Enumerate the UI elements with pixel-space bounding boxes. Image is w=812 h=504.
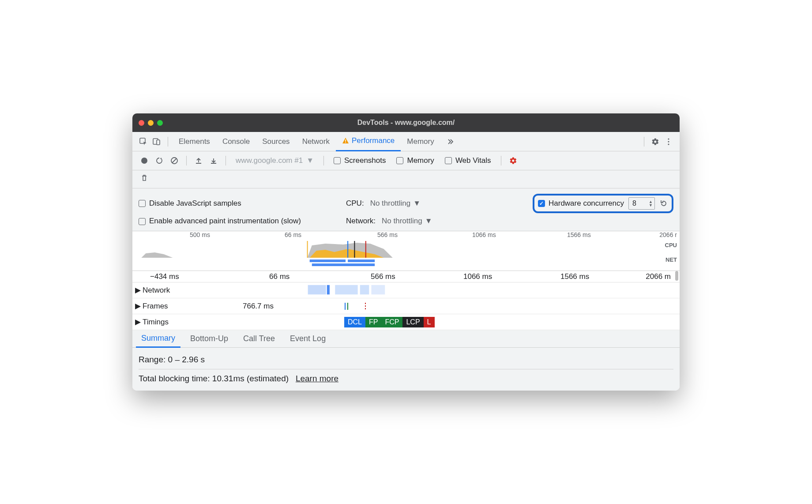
ruler-tick: −434 ms <box>150 272 179 281</box>
tab-summary[interactable]: Summary <box>136 330 180 348</box>
chevron-right-icon: ▶ <box>135 286 141 295</box>
delete-profile-button[interactable] <box>138 171 151 184</box>
hardware-concurrency-checkbox[interactable]: ✓ Hardware concurrency <box>538 199 624 208</box>
svg-point-6 <box>668 141 669 142</box>
tab-performance[interactable]: Performance <box>336 132 401 151</box>
svg-point-8 <box>141 158 147 164</box>
maximize-window-button[interactable] <box>157 120 163 126</box>
disable-js-samples-checkbox[interactable]: Disable JavaScript samples <box>139 199 246 208</box>
summary-range: Range: 0 – 2.96 s <box>139 352 673 367</box>
screenshots-checkbox[interactable]: Screenshots <box>329 156 391 165</box>
network-throttling-dropdown[interactable]: No throttling ▼ <box>382 217 432 226</box>
tab-sources[interactable]: Sources <box>256 132 296 151</box>
overview-ruler: 500 ms 66 ms 566 ms 1066 ms 1566 ms 2066… <box>132 231 680 240</box>
stepper-icon[interactable]: ▲▼ <box>649 200 653 207</box>
l-badge[interactable]: L <box>424 317 435 327</box>
tab-memory[interactable]: Memory <box>401 132 440 151</box>
load-profile-button[interactable] <box>192 154 205 167</box>
hardware-concurrency-highlight: ✓ Hardware concurrency 8 ▲▼ <box>533 194 673 213</box>
separator <box>644 137 644 147</box>
hardware-concurrency-input[interactable]: 8 ▲▼ <box>628 197 655 210</box>
network-track-content[interactable] <box>181 282 680 298</box>
summary-tbt-row: Total blocking time: 10.31ms (estimated)… <box>139 369 673 386</box>
lcp-badge[interactable]: LCP <box>402 317 423 327</box>
tab-console[interactable]: Console <box>216 132 256 151</box>
main-timeline-ruler[interactable]: −434 ms 66 ms 566 ms 1066 ms 1566 ms 206… <box>132 271 680 282</box>
chevron-down-icon: ▼ <box>413 199 421 208</box>
frames-track-toggle[interactable]: ▶ Frames <box>132 301 181 311</box>
checkbox-checked-icon: ✓ <box>538 200 545 207</box>
ruler-tick: 66 ms <box>285 231 301 238</box>
save-profile-button[interactable] <box>207 154 220 167</box>
svg-rect-21 <box>360 285 369 294</box>
capture-settings-gear-icon[interactable] <box>507 154 520 167</box>
enable-paint-instr-checkbox[interactable]: Enable advanced paint instrumentation (s… <box>139 217 305 226</box>
memory-label: Memory <box>407 156 434 165</box>
ruler-tick: 500 ms <box>190 231 210 238</box>
frames-value: 766.7 ms <box>243 302 274 311</box>
more-tabs-button[interactable] <box>440 132 461 151</box>
reload-button[interactable] <box>153 154 166 167</box>
more-options-icon[interactable] <box>662 135 675 148</box>
clear-button[interactable] <box>168 154 181 167</box>
fp-badge[interactable]: FP <box>365 317 381 327</box>
tab-event-log[interactable]: Event Log <box>285 330 331 348</box>
network-track-label: Network <box>143 286 170 295</box>
memory-checkbox[interactable]: Memory <box>392 156 438 165</box>
separator <box>226 156 226 165</box>
settings-gear-icon[interactable] <box>649 135 662 148</box>
svg-rect-15 <box>310 260 346 262</box>
svg-rect-22 <box>371 285 385 294</box>
ruler-tick: 2066 m <box>646 272 671 281</box>
inspect-element-icon[interactable] <box>137 135 150 148</box>
timings-track-toggle[interactable]: ▶ Timings <box>132 317 181 327</box>
device-toolbar-icon[interactable] <box>150 135 163 148</box>
recording-selector[interactable]: www.google.com #1 ▼ <box>231 156 318 165</box>
svg-rect-17 <box>312 263 375 266</box>
details-tabs: Summary Bottom-Up Call Tree Event Log <box>132 330 680 348</box>
minimize-window-button[interactable] <box>148 120 154 126</box>
scrollbar-thumb[interactable] <box>675 271 678 281</box>
svg-rect-19 <box>327 285 330 294</box>
chevron-down-icon: ▼ <box>306 156 314 165</box>
ruler-tick: 2066 r <box>659 231 677 238</box>
checkbox-icon <box>139 218 146 225</box>
performance-toolbar-row2 <box>132 170 680 188</box>
ruler-tick: 1566 ms <box>567 231 591 238</box>
net-axis-label: NET <box>665 256 677 263</box>
close-window-button[interactable] <box>139 120 144 126</box>
recording-selector-label: www.google.com #1 <box>236 156 303 165</box>
tab-network[interactable]: Network <box>296 132 336 151</box>
disable-js-samples-label: Disable JavaScript samples <box>149 199 241 208</box>
cpu-throttling-dropdown[interactable]: No throttling ▼ <box>370 199 421 208</box>
overview-axis-labels: CPU NET <box>665 242 677 263</box>
checkbox-icon <box>396 157 403 164</box>
svg-rect-3 <box>345 139 346 142</box>
enable-paint-instr-label: Enable advanced paint instrumentation (s… <box>149 217 301 226</box>
frames-track-content[interactable]: 766.7 ms <box>181 298 680 314</box>
tab-call-tree[interactable]: Call Tree <box>238 330 280 348</box>
dcl-badge[interactable]: DCL <box>344 317 365 327</box>
network-track-toggle[interactable]: ▶ Network <box>132 286 181 295</box>
svg-point-7 <box>668 143 669 145</box>
record-button[interactable] <box>138 154 151 167</box>
webvitals-label: Web Vitals <box>455 156 491 165</box>
webvitals-checkbox[interactable]: Web Vitals <box>440 156 496 165</box>
capture-settings-panel: Disable JavaScript samples CPU: No throt… <box>132 188 680 231</box>
learn-more-link[interactable]: Learn more <box>296 374 338 383</box>
reset-concurrency-button[interactable] <box>659 199 668 208</box>
tab-elements[interactable]: Elements <box>173 132 216 151</box>
net-overview-graph <box>132 259 662 267</box>
ruler-tick: 1066 ms <box>463 272 492 281</box>
checkbox-icon <box>139 200 146 207</box>
tab-bottom-up[interactable]: Bottom-Up <box>185 330 233 348</box>
timings-track-content[interactable]: DCL FP FCP LCP L <box>181 314 680 330</box>
performance-toolbar: www.google.com #1 ▼ Screenshots Memory W… <box>132 151 680 170</box>
cpu-throttling-value: No throttling <box>370 199 411 208</box>
timeline-overview[interactable]: 500 ms 66 ms 566 ms 1066 ms 1566 ms 2066… <box>132 231 680 271</box>
fcp-badge[interactable]: FCP <box>381 317 402 327</box>
frames-track-label: Frames <box>143 302 168 311</box>
chevron-double-right-icon <box>447 138 455 146</box>
cpu-overview-graph <box>132 241 662 258</box>
cpu-axis-label: CPU <box>665 242 677 248</box>
